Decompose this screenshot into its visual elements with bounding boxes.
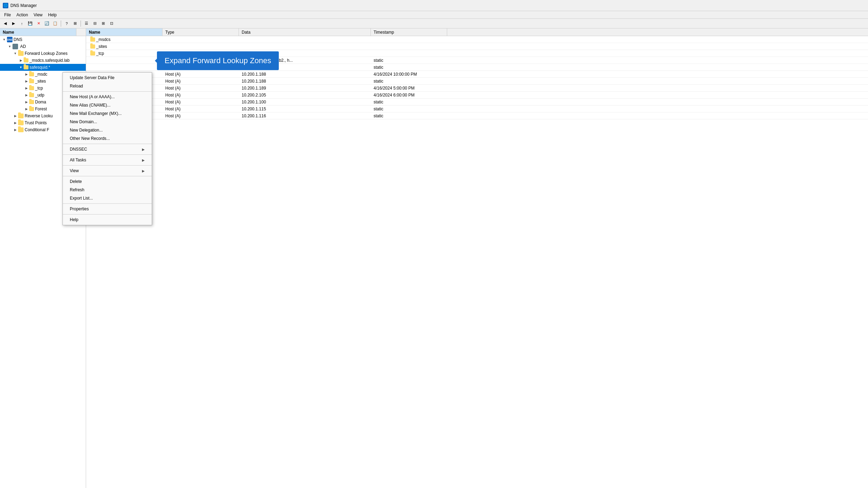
expander-safesquid[interactable]: ▼	[18, 65, 24, 70]
tree-label-trust: Trust Points	[25, 120, 47, 125]
tree-label-reverse: Reverse Looku	[25, 113, 53, 118]
record-type-7: Host (A)	[162, 106, 239, 112]
toolbar-forward[interactable]: ▶	[10, 20, 17, 27]
expander-msdc[interactable]: ▶	[24, 71, 29, 77]
col-header-name: Name	[86, 28, 162, 36]
rp-subfolder-tcp[interactable]: _tcp	[86, 50, 868, 57]
tree-label-msdc: _msdc	[35, 72, 47, 77]
tree-item-dns[interactable]: ▼ DNS DNS	[0, 36, 86, 43]
record-data-8: 10.200.1.116	[239, 113, 371, 119]
toolbar-back[interactable]: ◀	[1, 20, 9, 27]
tree-label-udp: _udp	[35, 93, 44, 98]
record-timestamp-1: static	[371, 64, 447, 70]
expander-conditional[interactable]: ▶	[12, 127, 18, 133]
folder-icon-reverse	[18, 113, 24, 118]
context-menu-item-reload[interactable]: Reload	[63, 82, 152, 90]
table-row[interactable]: Host (A) 10.200.2.105 4/16/2024 6:00:00 …	[86, 92, 868, 99]
menu-view[interactable]: View	[31, 12, 45, 18]
folder-icon-tcp	[29, 86, 34, 90]
expander-flz[interactable]: ▼	[12, 51, 18, 56]
toolbar-delete[interactable]: ✕	[35, 20, 42, 27]
context-menu-item-export-list[interactable]: Export List...	[63, 194, 152, 202]
tree-item-forward-lookup[interactable]: ▼ Forward Lookup Zones	[0, 50, 86, 57]
toolbar-grid[interactable]: ⊞	[71, 20, 79, 27]
tree-name-header: Name	[0, 28, 76, 36]
expander-trust[interactable]: ▶	[12, 120, 18, 126]
tree-header-row: Name	[0, 28, 86, 36]
table-row[interactable]: Host (A) 10.200.1.188 4/16/2024 10:00:00…	[86, 71, 868, 78]
context-menu-separator-9	[63, 144, 152, 144]
folder-icon-safesquid	[24, 65, 28, 69]
tree-item-ad[interactable]: ▼ AD	[0, 43, 86, 50]
folder-icon-msdcs	[24, 58, 28, 62]
folder-icon-trust	[18, 120, 24, 125]
toolbar-list1[interactable]: ☰	[83, 20, 90, 27]
expander-udp[interactable]: ▶	[24, 92, 29, 98]
rp-folder-icon-msdcs	[90, 37, 95, 42]
context-menu-item-delete[interactable]: Delete	[63, 177, 152, 186]
context-menu-item-all-tasks[interactable]: All Tasks▶	[63, 156, 152, 164]
record-data-1: ad.safesquid.lab2.	[239, 64, 371, 70]
context-menu-separator-13	[63, 165, 152, 166]
toolbar-help[interactable]: ?	[63, 20, 70, 27]
expander-ad[interactable]: ▼	[7, 44, 12, 49]
toolbar-export[interactable]: 📋	[51, 20, 59, 27]
expander-reverse[interactable]: ▶	[12, 113, 18, 119]
record-data-5: 10.200.2.105	[239, 92, 371, 98]
toolbar-list3[interactable]: ⊞	[99, 20, 107, 27]
menu-file[interactable]: File	[1, 12, 14, 18]
menu-action[interactable]: Action	[14, 12, 31, 18]
context-menu-item-new-mail-exchanger-mx[interactable]: New Mail Exchanger (MX)...	[63, 109, 152, 118]
toolbar-save[interactable]: 💾	[26, 20, 34, 27]
expander-doma[interactable]: ▶	[24, 99, 29, 105]
toolbar-list2[interactable]: ⊟	[91, 20, 99, 27]
context-menu-item-refresh[interactable]: Refresh	[63, 186, 152, 194]
submenu-arrow: ▶	[142, 158, 145, 162]
toolbar-up[interactable]: ↑	[18, 20, 26, 27]
server-icon	[12, 44, 18, 49]
context-menu-item-dnssec[interactable]: DNSSEC▶	[63, 145, 152, 153]
record-timestamp-5: 4/16/2024 6:00:00 PM	[371, 92, 447, 98]
context-menu-item-help[interactable]: Help	[63, 216, 152, 224]
context-menu-item-other-new-records[interactable]: Other New Records...	[63, 134, 152, 143]
context-menu-item-new-domain[interactable]: New Domain...	[63, 118, 152, 126]
context-menu-item-properties[interactable]: Properties	[63, 205, 152, 213]
expander-tcp[interactable]: ▶	[24, 85, 29, 91]
context-menu-item-new-alias-cname[interactable]: New Alias (CNAME)...	[63, 101, 152, 109]
table-row[interactable]: Host (A) 10.200.1.188 static	[86, 78, 868, 85]
expander-msdcs[interactable]: ▶	[18, 58, 24, 63]
record-name-0	[86, 60, 162, 61]
table-row[interactable]: Host (A) 10.200.1.116 static	[86, 112, 868, 119]
folder-icon-msdc	[29, 72, 34, 76]
expander-dns[interactable]: ▼	[1, 37, 7, 42]
rp-subfolder-sites-name: _sites	[96, 44, 107, 49]
menu-help[interactable]: Help	[45, 12, 60, 18]
record-timestamp-8: static	[371, 113, 447, 119]
expander-forest[interactable]: ▶	[24, 106, 29, 112]
submenu-arrow: ▶	[142, 148, 145, 151]
submenu-arrow: ▶	[142, 169, 145, 173]
table-row[interactable]: Host (A) 10.200.1.100 static	[86, 99, 868, 106]
table-row[interactable]: Start of Authority (SOA) [51], ad.safesq…	[86, 57, 868, 64]
context-menu-item-new-delegation[interactable]: New Delegation...	[63, 126, 152, 134]
rp-subfolder-msdcs[interactable]: _msdcs	[86, 36, 868, 43]
table-row[interactable]: Host (A) 10.200.1.115 static	[86, 106, 868, 112]
col-header-type: Type	[162, 28, 239, 36]
col-header-data: Data	[239, 28, 371, 36]
context-menu-item-view[interactable]: View▶	[63, 167, 152, 175]
record-timestamp-4: 4/16/2024 5:00:00 PM	[371, 85, 447, 91]
rp-subfolder-sites[interactable]: _sites	[86, 43, 868, 50]
toolbar-refresh[interactable]: 🔄	[43, 20, 51, 27]
folder-icon-doma	[29, 100, 34, 104]
record-type-6: Host (A)	[162, 99, 239, 105]
toolbar-list4[interactable]: ⊡	[108, 20, 115, 27]
table-row[interactable]: Host (A) 10.200.1.189 4/16/2024 5:00:00 …	[86, 85, 868, 92]
context-menu: Update Server Data FileReloadNew Host (A…	[62, 72, 152, 225]
context-menu-item-update-server-data-file[interactable]: Update Server Data File	[63, 74, 152, 82]
tree-item-msdcs[interactable]: ▶ _msdcs.safesquid.lab	[0, 57, 86, 64]
table-row[interactable]: Name Server (NS) ad.safesquid.lab2. stat…	[86, 64, 868, 71]
tree-item-safesquid[interactable]: ▼ safesquid.*	[0, 64, 86, 71]
context-menu-item-new-host-a-or-aaaa[interactable]: New Host (A or AAAA)...	[63, 93, 152, 101]
tree-label-msdcs: _msdcs.safesquid.lab	[30, 58, 69, 63]
expander-sites[interactable]: ▶	[24, 78, 29, 84]
